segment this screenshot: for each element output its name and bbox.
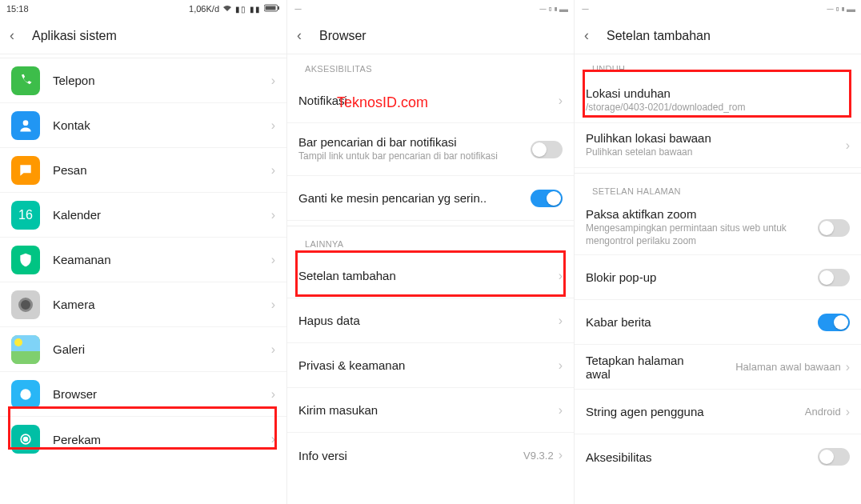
browser-app-icon <box>11 380 40 409</box>
svg-rect-1 <box>278 6 279 10</box>
row-searchbar[interactable]: Bar pencarian di bar notifikasi Tampil l… <box>287 123 574 176</box>
page-title: Setelan tambahan <box>607 29 711 43</box>
chevron-right-icon: › <box>846 360 850 374</box>
chevron-right-icon: › <box>271 163 275 178</box>
row-hapus-data[interactable]: Hapus data › <box>287 298 574 343</box>
section-header: UNDUH <box>575 54 861 78</box>
row-tetapkan-halaman[interactable]: Tetapkan halaman awal Halaman awal bawaa… <box>575 345 861 390</box>
row-privasi[interactable]: Privasi & keamanan › <box>287 343 574 388</box>
toggle-a11y[interactable] <box>818 448 850 466</box>
header: ‹ Aplikasi sistem <box>0 18 286 54</box>
list-item-perekam[interactable]: Perekam › <box>0 417 286 462</box>
status-bar: 15:18 1,06K/d ▮▯ ▮▮ <box>0 0 286 18</box>
section-header: LAINNYA <box>287 226 574 254</box>
list-item-keamanan[interactable]: Keamanan › <box>0 238 286 282</box>
status-bar: ⸺ ⸺ ▯ ▮ ▬ <box>575 0 861 18</box>
back-icon[interactable]: ‹ <box>584 27 600 44</box>
toggle-engine[interactable] <box>531 190 563 207</box>
chevron-right-icon: › <box>271 208 275 222</box>
chevron-right-icon: › <box>271 298 275 312</box>
row-setelan-tambahan[interactable]: Setelan tambahan › <box>287 254 574 298</box>
row-aksesibilitas[interactable]: Aksesibilitas <box>575 434 861 479</box>
chevron-right-icon: › <box>559 269 563 283</box>
list-item-pesan[interactable]: Pesan › <box>0 148 286 193</box>
phone-2: ⸺ ⸺ ▯ ▮ ▬ ‹ Browser AKSESIBILITAS Notifi… <box>287 0 575 504</box>
chevron-right-icon: › <box>271 253 275 267</box>
header: ‹ Setelan tambahan <box>575 18 861 54</box>
ua-value: Android <box>805 406 841 418</box>
list-item-galeri[interactable]: Galeri › <box>0 327 286 372</box>
svg-point-7 <box>24 438 28 442</box>
list-item-telepon[interactable]: Telepon › <box>0 58 286 103</box>
svg-point-3 <box>23 120 29 126</box>
chevron-right-icon: › <box>559 448 563 462</box>
chevron-right-icon: › <box>271 432 275 446</box>
chevron-right-icon: › <box>559 358 563 373</box>
row-notifikasi[interactable]: Notifikasi › <box>287 78 574 123</box>
chevron-right-icon: › <box>846 405 850 419</box>
battery-icon <box>264 4 280 14</box>
chevron-right-icon: › <box>271 342 275 357</box>
row-info-versi[interactable]: Info versi V9.3.2 › <box>287 433 574 478</box>
phone-1: 15:18 1,06K/d ▮▯ ▮▮ ‹ Aplikasi sistem Te… <box>0 0 287 504</box>
homepage-value: Halaman awal bawaan <box>735 361 841 373</box>
list-item-kamera[interactable]: Kamera › <box>0 282 286 327</box>
phone-3: ⸺ ⸺ ▯ ▮ ▬ ‹ Setelan tambahan UNDUH Lokas… <box>575 0 861 504</box>
section-header: SETELAN HALAMAN <box>575 173 861 201</box>
back-icon[interactable]: ‹ <box>10 27 26 44</box>
svg-rect-2 <box>266 6 276 10</box>
chevron-right-icon: › <box>271 387 275 402</box>
page-title: Browser <box>319 29 366 43</box>
row-kabar-berita[interactable]: Kabar berita <box>575 300 861 345</box>
back-icon[interactable]: ‹ <box>297 27 313 44</box>
chevron-right-icon: › <box>271 74 275 88</box>
chevron-right-icon: › <box>559 314 563 328</box>
chevron-right-icon: › <box>271 118 275 133</box>
calendar-app-icon: 16 <box>11 201 40 230</box>
section-header: AKSESIBILITAS <box>287 54 574 78</box>
list-item-kalender[interactable]: 16 Kalender › <box>0 193 286 238</box>
row-engine[interactable]: Ganti ke mesin pencarian yg serin.. <box>287 176 574 221</box>
chevron-right-icon: › <box>846 138 850 153</box>
page-title: Aplikasi sistem <box>32 29 117 43</box>
signal-icon: ▮▮ <box>250 5 261 14</box>
chevron-right-icon: › <box>559 94 563 108</box>
list-item-kontak[interactable]: Kontak › <box>0 103 286 148</box>
signal-icon: ▮▯ <box>235 5 246 14</box>
chevron-right-icon: › <box>559 403 563 418</box>
row-blokir-popup[interactable]: Blokir pop-up <box>575 255 861 300</box>
header: ‹ Browser <box>287 18 574 54</box>
status-bar: ⸺ ⸺ ▯ ▮ ▬ <box>287 0 574 18</box>
phone-app-icon <box>11 66 40 95</box>
version-value: V9.3.2 <box>523 450 554 462</box>
recorder-app-icon <box>11 425 40 454</box>
camera-app-icon <box>11 290 40 319</box>
status-net: 1,06K/d <box>189 4 219 14</box>
row-pulihkan-lokasi[interactable]: Pulihkan lokasi bawaan Pulihkan setelan … <box>575 123 861 168</box>
toggle-news[interactable] <box>818 314 850 331</box>
toggle-popup[interactable] <box>818 269 850 286</box>
message-app-icon <box>11 156 40 185</box>
row-paksa-zoom[interactable]: Paksa aktifkan zoom Mengesampingkan perm… <box>575 201 861 255</box>
list-item-browser[interactable]: Browser › <box>0 372 286 417</box>
row-kirim-masukan[interactable]: Kirim masukan › <box>287 388 574 433</box>
row-lokasi-unduhan[interactable]: Lokasi unduhan /storage/0403-0201/downlo… <box>575 78 861 123</box>
toggle-searchbar[interactable] <box>531 141 563 158</box>
toggle-zoom[interactable] <box>818 219 850 237</box>
wifi-icon <box>222 4 232 14</box>
security-app-icon <box>11 246 40 274</box>
gallery-app-icon <box>11 335 40 364</box>
status-time: 15:18 <box>6 4 29 14</box>
row-string-ua[interactable]: String agen pengguna Android › <box>575 390 861 434</box>
contact-app-icon <box>11 111 40 140</box>
